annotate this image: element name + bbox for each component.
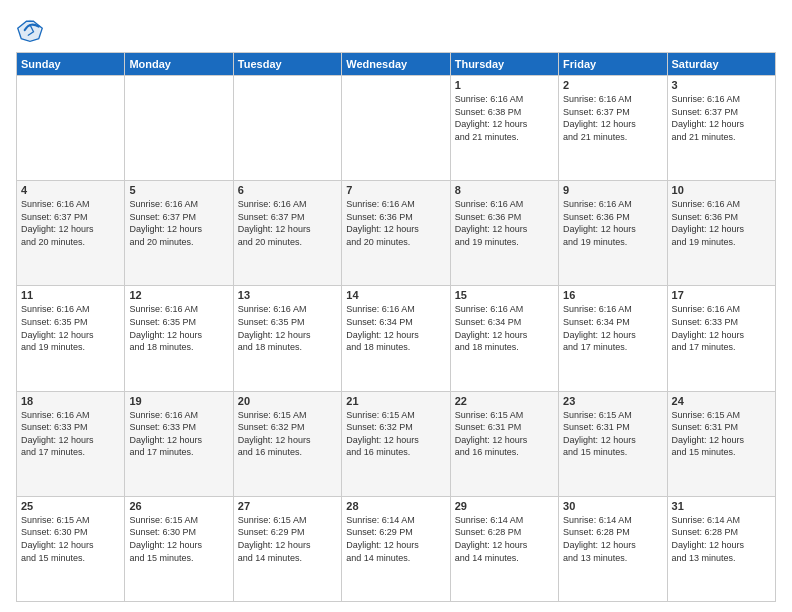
day-number: 22 bbox=[455, 395, 554, 407]
day-info: Sunrise: 6:15 AM Sunset: 6:31 PM Dayligh… bbox=[455, 409, 554, 459]
weekday-header-thursday: Thursday bbox=[450, 53, 558, 76]
weekday-header-tuesday: Tuesday bbox=[233, 53, 341, 76]
day-number: 10 bbox=[672, 184, 771, 196]
day-number: 20 bbox=[238, 395, 337, 407]
day-info: Sunrise: 6:16 AM Sunset: 6:36 PM Dayligh… bbox=[346, 198, 445, 248]
day-number: 3 bbox=[672, 79, 771, 91]
day-info: Sunrise: 6:15 AM Sunset: 6:30 PM Dayligh… bbox=[21, 514, 120, 564]
day-info: Sunrise: 6:16 AM Sunset: 6:37 PM Dayligh… bbox=[238, 198, 337, 248]
week-row-5: 25Sunrise: 6:15 AM Sunset: 6:30 PM Dayli… bbox=[17, 496, 776, 601]
day-cell: 12Sunrise: 6:16 AM Sunset: 6:35 PM Dayli… bbox=[125, 286, 233, 391]
day-cell: 18Sunrise: 6:16 AM Sunset: 6:33 PM Dayli… bbox=[17, 391, 125, 496]
day-number: 25 bbox=[21, 500, 120, 512]
week-row-3: 11Sunrise: 6:16 AM Sunset: 6:35 PM Dayli… bbox=[17, 286, 776, 391]
logo bbox=[16, 16, 48, 44]
day-info: Sunrise: 6:16 AM Sunset: 6:33 PM Dayligh… bbox=[21, 409, 120, 459]
day-number: 8 bbox=[455, 184, 554, 196]
day-number: 21 bbox=[346, 395, 445, 407]
day-info: Sunrise: 6:16 AM Sunset: 6:35 PM Dayligh… bbox=[21, 303, 120, 353]
day-info: Sunrise: 6:16 AM Sunset: 6:34 PM Dayligh… bbox=[563, 303, 662, 353]
calendar-table: SundayMondayTuesdayWednesdayThursdayFrid… bbox=[16, 52, 776, 602]
calendar-header: SundayMondayTuesdayWednesdayThursdayFrid… bbox=[17, 53, 776, 76]
day-number: 28 bbox=[346, 500, 445, 512]
day-number: 2 bbox=[563, 79, 662, 91]
day-info: Sunrise: 6:15 AM Sunset: 6:30 PM Dayligh… bbox=[129, 514, 228, 564]
weekday-header-sunday: Sunday bbox=[17, 53, 125, 76]
week-row-2: 4Sunrise: 6:16 AM Sunset: 6:37 PM Daylig… bbox=[17, 181, 776, 286]
day-cell: 6Sunrise: 6:16 AM Sunset: 6:37 PM Daylig… bbox=[233, 181, 341, 286]
day-cell: 2Sunrise: 6:16 AM Sunset: 6:37 PM Daylig… bbox=[559, 76, 667, 181]
day-cell: 20Sunrise: 6:15 AM Sunset: 6:32 PM Dayli… bbox=[233, 391, 341, 496]
day-info: Sunrise: 6:15 AM Sunset: 6:29 PM Dayligh… bbox=[238, 514, 337, 564]
weekday-row: SundayMondayTuesdayWednesdayThursdayFrid… bbox=[17, 53, 776, 76]
day-cell: 28Sunrise: 6:14 AM Sunset: 6:29 PM Dayli… bbox=[342, 496, 450, 601]
day-cell: 29Sunrise: 6:14 AM Sunset: 6:28 PM Dayli… bbox=[450, 496, 558, 601]
day-info: Sunrise: 6:16 AM Sunset: 6:33 PM Dayligh… bbox=[129, 409, 228, 459]
day-info: Sunrise: 6:16 AM Sunset: 6:34 PM Dayligh… bbox=[455, 303, 554, 353]
day-info: Sunrise: 6:16 AM Sunset: 6:35 PM Dayligh… bbox=[238, 303, 337, 353]
day-cell: 27Sunrise: 6:15 AM Sunset: 6:29 PM Dayli… bbox=[233, 496, 341, 601]
day-number: 4 bbox=[21, 184, 120, 196]
day-cell: 31Sunrise: 6:14 AM Sunset: 6:28 PM Dayli… bbox=[667, 496, 775, 601]
weekday-header-monday: Monday bbox=[125, 53, 233, 76]
day-cell: 23Sunrise: 6:15 AM Sunset: 6:31 PM Dayli… bbox=[559, 391, 667, 496]
day-cell: 10Sunrise: 6:16 AM Sunset: 6:36 PM Dayli… bbox=[667, 181, 775, 286]
day-number: 14 bbox=[346, 289, 445, 301]
day-number: 24 bbox=[672, 395, 771, 407]
day-number: 29 bbox=[455, 500, 554, 512]
day-number: 5 bbox=[129, 184, 228, 196]
day-cell: 7Sunrise: 6:16 AM Sunset: 6:36 PM Daylig… bbox=[342, 181, 450, 286]
day-number: 6 bbox=[238, 184, 337, 196]
day-info: Sunrise: 6:14 AM Sunset: 6:29 PM Dayligh… bbox=[346, 514, 445, 564]
day-cell: 13Sunrise: 6:16 AM Sunset: 6:35 PM Dayli… bbox=[233, 286, 341, 391]
day-info: Sunrise: 6:16 AM Sunset: 6:36 PM Dayligh… bbox=[455, 198, 554, 248]
day-info: Sunrise: 6:16 AM Sunset: 6:34 PM Dayligh… bbox=[346, 303, 445, 353]
day-info: Sunrise: 6:14 AM Sunset: 6:28 PM Dayligh… bbox=[563, 514, 662, 564]
day-info: Sunrise: 6:14 AM Sunset: 6:28 PM Dayligh… bbox=[672, 514, 771, 564]
day-info: Sunrise: 6:16 AM Sunset: 6:37 PM Dayligh… bbox=[563, 93, 662, 143]
day-info: Sunrise: 6:15 AM Sunset: 6:32 PM Dayligh… bbox=[346, 409, 445, 459]
day-info: Sunrise: 6:15 AM Sunset: 6:32 PM Dayligh… bbox=[238, 409, 337, 459]
day-cell: 8Sunrise: 6:16 AM Sunset: 6:36 PM Daylig… bbox=[450, 181, 558, 286]
week-row-1: 1Sunrise: 6:16 AM Sunset: 6:38 PM Daylig… bbox=[17, 76, 776, 181]
day-cell: 22Sunrise: 6:15 AM Sunset: 6:31 PM Dayli… bbox=[450, 391, 558, 496]
day-info: Sunrise: 6:15 AM Sunset: 6:31 PM Dayligh… bbox=[563, 409, 662, 459]
day-number: 19 bbox=[129, 395, 228, 407]
day-info: Sunrise: 6:15 AM Sunset: 6:31 PM Dayligh… bbox=[672, 409, 771, 459]
day-cell: 17Sunrise: 6:16 AM Sunset: 6:33 PM Dayli… bbox=[667, 286, 775, 391]
weekday-header-wednesday: Wednesday bbox=[342, 53, 450, 76]
day-info: Sunrise: 6:16 AM Sunset: 6:35 PM Dayligh… bbox=[129, 303, 228, 353]
day-cell bbox=[233, 76, 341, 181]
day-number: 17 bbox=[672, 289, 771, 301]
day-cell: 25Sunrise: 6:15 AM Sunset: 6:30 PM Dayli… bbox=[17, 496, 125, 601]
day-cell bbox=[125, 76, 233, 181]
day-info: Sunrise: 6:16 AM Sunset: 6:33 PM Dayligh… bbox=[672, 303, 771, 353]
day-number: 30 bbox=[563, 500, 662, 512]
day-cell: 19Sunrise: 6:16 AM Sunset: 6:33 PM Dayli… bbox=[125, 391, 233, 496]
day-number: 13 bbox=[238, 289, 337, 301]
day-number: 31 bbox=[672, 500, 771, 512]
day-number: 11 bbox=[21, 289, 120, 301]
day-cell: 14Sunrise: 6:16 AM Sunset: 6:34 PM Dayli… bbox=[342, 286, 450, 391]
day-cell: 4Sunrise: 6:16 AM Sunset: 6:37 PM Daylig… bbox=[17, 181, 125, 286]
day-cell bbox=[342, 76, 450, 181]
day-number: 7 bbox=[346, 184, 445, 196]
day-info: Sunrise: 6:14 AM Sunset: 6:28 PM Dayligh… bbox=[455, 514, 554, 564]
day-number: 18 bbox=[21, 395, 120, 407]
logo-icon bbox=[16, 16, 44, 44]
day-cell: 9Sunrise: 6:16 AM Sunset: 6:36 PM Daylig… bbox=[559, 181, 667, 286]
day-cell: 24Sunrise: 6:15 AM Sunset: 6:31 PM Dayli… bbox=[667, 391, 775, 496]
day-number: 9 bbox=[563, 184, 662, 196]
day-cell: 30Sunrise: 6:14 AM Sunset: 6:28 PM Dayli… bbox=[559, 496, 667, 601]
day-cell: 11Sunrise: 6:16 AM Sunset: 6:35 PM Dayli… bbox=[17, 286, 125, 391]
day-info: Sunrise: 6:16 AM Sunset: 6:36 PM Dayligh… bbox=[672, 198, 771, 248]
day-cell: 16Sunrise: 6:16 AM Sunset: 6:34 PM Dayli… bbox=[559, 286, 667, 391]
day-info: Sunrise: 6:16 AM Sunset: 6:37 PM Dayligh… bbox=[129, 198, 228, 248]
day-info: Sunrise: 6:16 AM Sunset: 6:37 PM Dayligh… bbox=[21, 198, 120, 248]
day-number: 1 bbox=[455, 79, 554, 91]
day-cell: 5Sunrise: 6:16 AM Sunset: 6:37 PM Daylig… bbox=[125, 181, 233, 286]
day-number: 15 bbox=[455, 289, 554, 301]
header bbox=[16, 16, 776, 44]
day-number: 16 bbox=[563, 289, 662, 301]
day-number: 27 bbox=[238, 500, 337, 512]
